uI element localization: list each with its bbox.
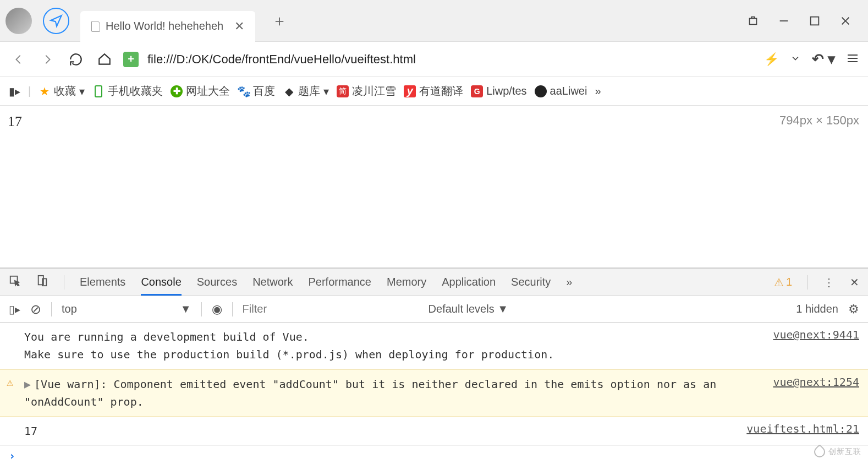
tab-elements[interactable]: Elements	[80, 276, 125, 288]
tab-title: Hello World! heheheheh	[106, 20, 223, 32]
page-counter-value: 17	[8, 113, 22, 129]
devtools-tabs: Elements Console Sources Network Perform…	[0, 269, 868, 296]
inspect-icon[interactable]	[9, 275, 21, 290]
maximize-button[interactable]	[809, 15, 821, 27]
eye-icon[interactable]: ◉	[212, 302, 222, 316]
github-icon	[535, 85, 547, 97]
devtools-toggle-icon[interactable]: ▮▸	[9, 85, 20, 98]
devtools-panel: Elements Console Sources Network Perform…	[0, 268, 868, 464]
tab-application[interactable]: Application	[442, 276, 496, 288]
gear-icon[interactable]: ⚙	[848, 302, 859, 316]
new-tab-button[interactable]: ＋	[272, 10, 287, 31]
bookmark-more[interactable]: »	[595, 85, 601, 97]
reload-button[interactable]	[66, 50, 86, 69]
window-controls	[747, 15, 862, 27]
page-content: 17 794px × 150px	[0, 106, 868, 268]
browser-tab-bar: Hello World! heheheheh ✕ ＋	[0, 0, 868, 42]
hidden-count[interactable]: 1 hidden	[796, 303, 838, 315]
page-icon	[91, 21, 100, 32]
minimize-button[interactable]	[778, 15, 790, 27]
bookmark-lingchuan[interactable]: 简凌川江雪	[337, 84, 396, 99]
home-button[interactable]	[95, 50, 114, 69]
tab-network[interactable]: Network	[252, 276, 293, 288]
tab-security[interactable]: Security	[511, 276, 551, 288]
bookmark-baidu[interactable]: 🐾百度	[238, 84, 275, 99]
console-log-entry: 17 vueiftest.html:21	[0, 417, 868, 446]
log-levels-selector[interactable]: Default levels ▼	[428, 303, 508, 315]
bookmark-youdao[interactable]: y有道翻译	[404, 84, 463, 99]
filter-input[interactable]	[243, 303, 419, 315]
log-source-link[interactable]: vue@next:1254	[773, 375, 859, 411]
speed-icon[interactable]: ⚡	[764, 52, 779, 67]
watermark-icon	[812, 444, 827, 460]
bookmark-aaliwei[interactable]: aaLiwei	[535, 85, 587, 97]
element-size-overlay: 794px × 150px	[779, 113, 859, 128]
expand-icon[interactable]: ▶	[24, 378, 31, 391]
context-selector[interactable]: top▼	[62, 303, 191, 315]
warning-count-badge[interactable]: ⚠ 1	[774, 276, 792, 289]
log-source-link[interactable]: vueiftest.html:21	[746, 422, 859, 440]
security-shield-icon[interactable]: +	[123, 52, 139, 67]
bookmark-liwp[interactable]: GLiwp/tes	[471, 85, 526, 97]
forward-button[interactable]	[37, 50, 57, 69]
bookmark-mobile[interactable]: 手机收藏夹	[92, 84, 163, 99]
tab-console[interactable]: Console	[141, 276, 181, 296]
browser-tab[interactable]: Hello World! heheheheh ✕	[80, 11, 255, 42]
chevron-down-icon[interactable]	[790, 53, 801, 66]
url-text[interactable]: file:///D:/OK/Code/frontEnd/vueHello/vue…	[147, 52, 755, 67]
address-bar: + file:///D:/OK/Code/frontEnd/vueHello/v…	[0, 42, 868, 77]
bookmark-favorites[interactable]: ★收藏 ▾	[39, 84, 85, 99]
console-log-info: You are running a development build of V…	[0, 323, 868, 369]
tab-sources[interactable]: Sources	[197, 276, 237, 288]
back-button[interactable]	[9, 50, 29, 69]
navigation-icon[interactable]	[43, 8, 69, 34]
console-toolbar: ▯▸ ⊘ top▼ ◉ Default levels ▼ 1 hidden ⚙	[0, 296, 868, 323]
console-log-warn: ▶[Vue warn]: Component emitted event "ad…	[0, 369, 868, 417]
devtools-close-icon[interactable]: ✕	[850, 276, 859, 289]
kebab-icon[interactable]: ⋮	[823, 276, 834, 289]
extensions-icon[interactable]	[747, 15, 759, 27]
menu-icon[interactable]	[846, 52, 859, 67]
console-output: You are running a development build of V…	[0, 323, 868, 464]
svg-rect-1	[811, 17, 819, 25]
bookmarks-bar: ▮▸ | ★收藏 ▾ 手机收藏夹 ✚网址大全 🐾百度 ◆题库 ▾ 简凌川江雪 y…	[0, 77, 868, 106]
bookmark-tiku[interactable]: ◆题库 ▾	[283, 84, 329, 99]
close-button[interactable]	[839, 15, 851, 27]
log-source-link[interactable]: vue@next:9441	[773, 328, 859, 363]
console-prompt[interactable]: ›	[0, 446, 868, 464]
bookmark-sites[interactable]: ✚网址大全	[171, 84, 230, 99]
clear-console-icon[interactable]: ⊘	[30, 302, 41, 317]
console-sidebar-toggle-icon[interactable]: ▯▸	[9, 303, 20, 316]
tab-more[interactable]: »	[566, 276, 572, 288]
undo-icon[interactable]: ↶ ▾	[812, 51, 835, 68]
profile-avatar[interactable]	[6, 8, 32, 34]
tab-performance[interactable]: Performance	[309, 276, 372, 288]
device-icon[interactable]	[36, 275, 48, 290]
watermark: 创新互联	[814, 446, 861, 457]
tab-memory[interactable]: Memory	[387, 276, 426, 288]
close-icon[interactable]: ✕	[234, 19, 244, 34]
svg-rect-7	[95, 86, 102, 97]
